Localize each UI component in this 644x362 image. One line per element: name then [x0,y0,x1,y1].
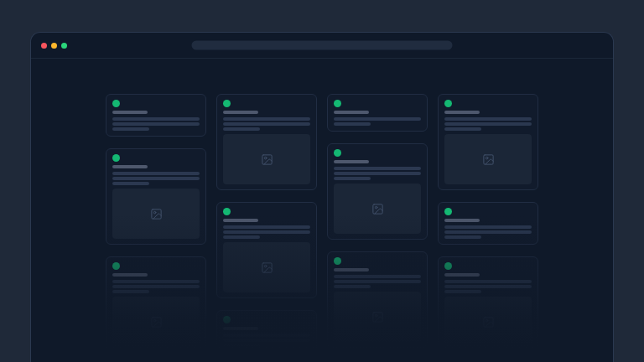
image-icon [261,153,273,166]
post-card[interactable] [216,202,317,298]
skeleton-title [334,111,369,114]
image-placeholder [334,292,421,342]
status-dot [334,149,341,157]
skeleton-line-short [112,290,149,293]
skeleton-line [223,117,310,121]
skeleton-line [223,339,310,342]
skeleton-title [334,160,369,163]
status-dot [112,262,120,270]
status-dot [223,208,231,215]
status-dot [223,316,231,323]
feed-column-2 [216,94,317,362]
status-dot [112,154,120,162]
status-dot [223,100,231,107]
skeleton-line [223,334,310,337]
page-background [0,0,644,362]
skeleton-line-short [223,235,260,239]
feed-grid [31,59,613,362]
image-placeholder [112,297,200,347]
skeleton-line-short [112,182,149,185]
skeleton-title [112,273,148,277]
skeleton-line [334,275,421,278]
post-card[interactable] [216,94,317,190]
skeleton-title [223,327,258,330]
skeleton-title [112,165,148,168]
skeleton-line [334,172,421,175]
status-dot [444,100,452,107]
skeleton-line-short [444,235,481,239]
skeleton-line [444,285,532,288]
skeleton-line [112,172,200,175]
skeleton-title [444,111,480,114]
skeleton-title [334,268,369,272]
skeleton-line [112,280,200,283]
post-card[interactable] [327,94,428,132]
skeleton-line-short [112,127,149,131]
skeleton-line-short [334,285,371,288]
image-placeholder [223,242,310,292]
skeleton-title [444,219,480,222]
post-card[interactable] [327,143,428,240]
skeleton-line [223,230,310,234]
feed-column-3 [327,94,428,362]
close-window-button[interactable] [41,43,47,49]
image-placeholder [223,134,310,184]
post-card[interactable] [438,202,538,245]
skeleton-title [223,219,258,222]
browser-window [30,32,614,362]
skeleton-line [444,230,532,234]
status-dot [334,257,341,265]
image-placeholder [223,350,310,362]
skeleton-line [223,122,310,126]
post-card[interactable] [438,256,538,353]
post-card[interactable] [106,148,206,245]
skeleton-line [112,177,200,180]
skeleton-line-short [223,127,260,131]
skeleton-line [334,280,421,283]
status-dot [334,100,341,107]
minimize-window-button[interactable] [51,43,57,49]
browser-titlebar [31,33,613,59]
image-icon [482,153,495,166]
status-dot [112,100,120,107]
image-placeholder [444,297,532,347]
skeleton-line [334,117,421,121]
skeleton-line [112,285,200,288]
skeleton-title [444,273,480,277]
window-controls [41,43,67,49]
skeleton-line [444,280,532,283]
post-card[interactable] [106,94,206,137]
post-card[interactable] [438,94,538,190]
zoom-window-button[interactable] [61,43,67,49]
feed-column-1 [106,94,206,362]
skeleton-line [444,225,532,229]
skeleton-line-short [223,344,260,347]
image-icon [150,208,163,220]
status-dot [444,208,452,215]
skeleton-line [334,167,421,170]
skeleton-title [223,111,258,114]
image-icon [150,316,163,328]
image-icon [371,311,384,323]
skeleton-line [444,122,532,126]
feed-column-4 [438,94,538,362]
skeleton-line [112,117,200,121]
image-icon [482,316,495,328]
skeleton-line [223,225,310,229]
image-placeholder [112,189,200,239]
status-dot [444,262,452,270]
post-card[interactable] [216,310,317,362]
skeleton-line-short [444,127,481,131]
skeleton-line [112,122,200,126]
url-bar[interactable] [192,41,453,50]
skeleton-line [444,117,532,121]
image-icon [371,203,384,215]
image-icon [261,261,273,274]
skeleton-title [112,111,148,114]
skeleton-line-short [334,122,371,126]
post-card[interactable] [327,251,428,348]
image-placeholder [334,184,421,234]
post-card[interactable] [106,256,206,353]
skeleton-line-short [444,290,481,293]
skeleton-line-short [334,177,371,180]
